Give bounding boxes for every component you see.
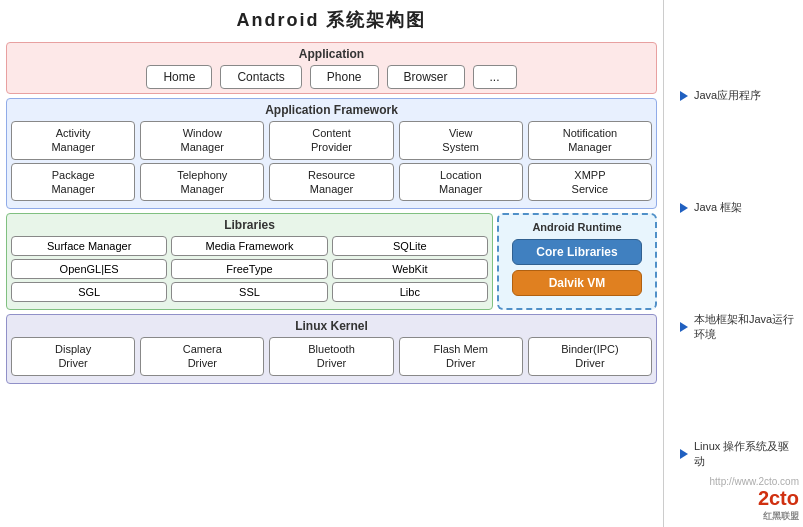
sgl-btn[interactable]: SGL [11,282,167,302]
framework-row2: PackageManager TelephonyManager Resource… [11,163,652,202]
application-buttons-row: Home Contacts Phone Browser ... [11,65,652,89]
framework-section: Application Framework ActivityManager Wi… [6,98,657,209]
binder-ipc-driver-btn[interactable]: Binder(IPC)Driver [528,337,652,376]
package-manager-btn[interactable]: PackageManager [11,163,135,202]
activity-manager-btn[interactable]: ActivityManager [11,121,135,160]
bluetooth-driver-btn[interactable]: BluetoothDriver [269,337,393,376]
side-label-linux: Linux 操作系统及驱动 [670,439,799,469]
framework-row1: ActivityManager WindowManager ContentPro… [11,121,652,160]
content-provider-btn[interactable]: ContentProvider [269,121,393,160]
libs-row3: SGL SSL Libc [11,282,488,302]
side-label-java-app: Java应用程序 [670,88,799,103]
runtime-section: Android Runtime Core Libraries Dalvik VM [497,213,657,310]
camera-driver-btn[interactable]: CameraDriver [140,337,264,376]
home-btn[interactable]: Home [146,65,212,89]
side-label-linux-text: Linux 操作系统及驱动 [694,439,799,469]
side-label-java-framework: Java 框架 [670,200,799,215]
kernel-title: Linux Kernel [11,319,652,333]
browser-btn[interactable]: Browser [387,65,465,89]
arrow-icon-1 [680,91,688,101]
sqlite-btn[interactable]: SQLite [332,236,488,256]
application-section: Application Home Contacts Phone Browser … [6,42,657,94]
kernel-row: DisplayDriver CameraDriver BluetoothDriv… [11,337,652,376]
diagram-area: Android 系统架构图 Application Home Contacts … [0,0,663,527]
xmpp-service-btn[interactable]: XMPPService [528,163,652,202]
libs-row2: OpenGL|ES FreeType WebKit [11,259,488,279]
libc-btn[interactable]: Libc [332,282,488,302]
window-manager-btn[interactable]: WindowManager [140,121,264,160]
core-libraries-btn[interactable]: Core Libraries [512,239,642,265]
webkit-btn[interactable]: WebKit [332,259,488,279]
arrow-icon-4 [680,449,688,459]
display-driver-btn[interactable]: DisplayDriver [11,337,135,376]
resource-manager-btn[interactable]: ResourceManager [269,163,393,202]
libs-runtime-row: Libraries Surface Manager Media Framewor… [6,213,657,310]
notification-manager-btn[interactable]: NotificationManager [528,121,652,160]
more-btn[interactable]: ... [473,65,517,89]
view-system-btn[interactable]: ViewSystem [399,121,523,160]
location-manager-btn[interactable]: LocationManager [399,163,523,202]
arrow-icon-3 [680,322,688,332]
logo-2cto: 2cto 红黑联盟 [710,487,799,523]
opengl-btn[interactable]: OpenGL|ES [11,259,167,279]
arrow-icon-2 [680,203,688,213]
application-title: Application [11,47,652,61]
runtime-title: Android Runtime [532,221,621,233]
surface-manager-btn[interactable]: Surface Manager [11,236,167,256]
kernel-section: Linux Kernel DisplayDriver CameraDriver … [6,314,657,384]
libs-row1: Surface Manager Media Framework SQLite [11,236,488,256]
flash-mem-driver-btn[interactable]: Flash MemDriver [399,337,523,376]
dalvik-vm-btn[interactable]: Dalvik VM [512,270,642,296]
ssl-btn[interactable]: SSL [171,282,327,302]
libraries-title: Libraries [11,218,488,232]
side-label-native: 本地框架和Java运行环境 [670,312,799,342]
contacts-btn[interactable]: Contacts [220,65,301,89]
phone-btn[interactable]: Phone [310,65,379,89]
main-container: Android 系统架构图 Application Home Contacts … [0,0,803,527]
framework-title: Application Framework [11,103,652,117]
telephony-manager-btn[interactable]: TelephonyManager [140,163,264,202]
side-label-java-framework-text: Java 框架 [694,200,742,215]
media-framework-btn[interactable]: Media Framework [171,236,327,256]
page-title: Android 系统架构图 [6,8,657,32]
side-label-native-text: 本地框架和Java运行环境 [694,312,799,342]
freetype-btn[interactable]: FreeType [171,259,327,279]
watermark-url: http://www.2cto.com [710,476,799,487]
side-labels: Java应用程序 Java 框架 本地框架和Java运行环境 Linux 操作系… [663,0,803,527]
side-label-java-app-text: Java应用程序 [694,88,761,103]
libraries-section: Libraries Surface Manager Media Framewor… [6,213,493,310]
logo-area: http://www.2cto.com 2cto 红黑联盟 [710,476,799,523]
logo-subtitle: 红黑联盟 [710,510,799,523]
